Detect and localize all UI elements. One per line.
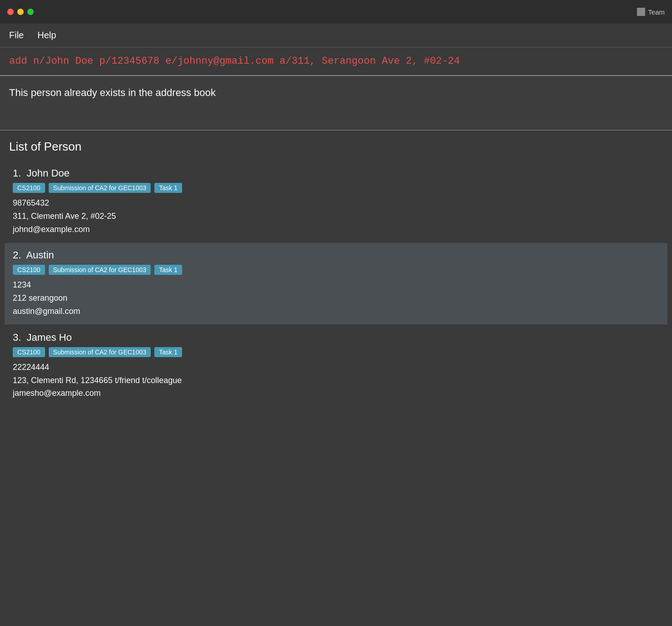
person-name-1: 1. John Doe bbox=[13, 167, 659, 179]
menu-file[interactable]: File bbox=[9, 30, 24, 40]
title-bar: Team bbox=[0, 0, 672, 24]
tag-task1-1: Task 1 bbox=[154, 183, 182, 193]
person-address-1: 311, Clementi Ave 2, #02-25 bbox=[13, 210, 659, 223]
person-tags-3: CS2100 Submission of CA2 for GEC1003 Tas… bbox=[13, 347, 659, 357]
menu-bar: File Help bbox=[0, 24, 672, 47]
maximize-button[interactable] bbox=[27, 9, 34, 15]
tag-cs2100-3: CS2100 bbox=[13, 347, 45, 357]
app-icon bbox=[637, 8, 645, 16]
tag-cs2100-1: CS2100 bbox=[13, 183, 45, 193]
list-title: List of Person bbox=[5, 140, 667, 154]
result-message: This person already exists in the addres… bbox=[9, 87, 663, 99]
person-card-1: 1. John Doe CS2100 Submission of CA2 for… bbox=[5, 161, 667, 242]
tag-ca2-3: Submission of CA2 for GEC1003 bbox=[49, 347, 151, 357]
tag-ca2-2: Submission of CA2 for GEC1003 bbox=[49, 265, 151, 275]
tag-task1-3: Task 1 bbox=[154, 347, 182, 357]
person-email-2: austin@gmail.com bbox=[13, 305, 659, 318]
person-card-2: 2. Austin CS2100 Submission of CA2 for G… bbox=[5, 243, 667, 324]
person-card-3: 3. James Ho CS2100 Submission of CA2 for… bbox=[5, 325, 667, 406]
tag-ca2-1: Submission of CA2 for GEC1003 bbox=[49, 183, 151, 193]
app-title: Team bbox=[648, 8, 665, 16]
person-name-2: 2. Austin bbox=[13, 249, 659, 261]
person-address-2: 212 serangoon bbox=[13, 292, 659, 305]
person-phone-2: 1234 bbox=[13, 278, 659, 292]
minimize-button[interactable] bbox=[17, 9, 24, 15]
menu-help[interactable]: Help bbox=[37, 30, 56, 40]
person-email-1: johnd@example.com bbox=[13, 223, 659, 236]
person-phone-1: 98765432 bbox=[13, 197, 659, 210]
result-area: This person already exists in the addres… bbox=[0, 76, 672, 131]
command-input[interactable] bbox=[9, 56, 663, 67]
tag-task1-2: Task 1 bbox=[154, 265, 182, 275]
close-button[interactable] bbox=[7, 9, 14, 15]
person-name-3: 3. James Ho bbox=[13, 332, 659, 343]
person-tags-1: CS2100 Submission of CA2 for GEC1003 Tas… bbox=[13, 183, 659, 193]
person-address-3: 123, Clementi Rd, 1234665 t/friend t/col… bbox=[13, 374, 659, 387]
app-title-area: Team bbox=[637, 8, 665, 16]
tag-cs2100-2: CS2100 bbox=[13, 265, 45, 275]
person-phone-3: 22224444 bbox=[13, 361, 659, 374]
person-list-section: List of Person 1. John Doe CS2100 Submis… bbox=[0, 131, 672, 416]
traffic-lights bbox=[7, 9, 34, 15]
person-tags-2: CS2100 Submission of CA2 for GEC1003 Tas… bbox=[13, 265, 659, 275]
command-area bbox=[0, 47, 672, 76]
person-email-3: jamesho@example.com bbox=[13, 387, 659, 400]
